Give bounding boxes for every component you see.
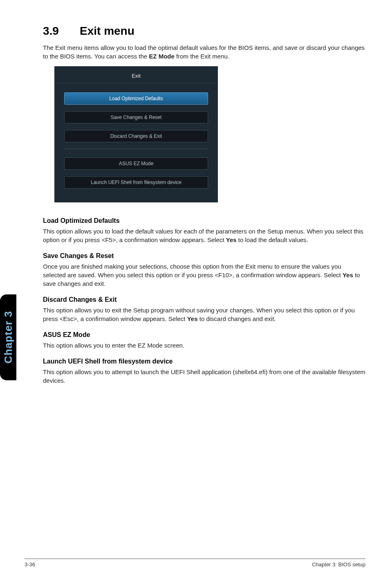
text-segment: to discard changes and exit.: [198, 315, 276, 322]
text-bold: Yes: [226, 236, 237, 243]
bios-button-stack: Load Optimized Defaults Save Changes & R…: [54, 83, 218, 189]
bios-save-reset-button[interactable]: Save Changes & Reset: [64, 111, 208, 123]
bios-divider: [64, 149, 208, 149]
intro-text-post: from the Exit menu.: [175, 53, 229, 60]
bios-ez-mode-button[interactable]: ASUS EZ Mode: [64, 157, 208, 170]
save-reset-text: Once you are finished making your select…: [43, 262, 365, 288]
text-bold: Yes: [343, 272, 353, 278]
save-reset-heading: Save Changes & Reset: [43, 252, 365, 260]
text-segment: This option allows you to load the defau…: [43, 228, 363, 243]
discard-exit-heading: Discard Changes & Exit: [43, 296, 365, 303]
page-number: 3-36: [25, 561, 35, 568]
bios-load-defaults-button[interactable]: Load Optimized Defaults: [64, 92, 208, 105]
page-content: 3.9Exit menu The Exit menu items allow y…: [0, 0, 390, 385]
page-footer: 3-36 Chapter 3: BIOS setup: [25, 559, 365, 568]
intro-text-bold: EZ Mode: [149, 53, 175, 60]
text-segment: Once you are finished making your select…: [43, 263, 343, 278]
intro-paragraph: The Exit menu items allow you to load th…: [43, 43, 365, 61]
bios-launch-uefi-button[interactable]: Launch UEFI Shell from filesystem device: [64, 176, 208, 189]
footer-chapter-label: Chapter 3: BIOS setup: [312, 561, 365, 568]
uefi-shell-text: This option allows you to attempt to lau…: [43, 368, 365, 385]
discard-exit-text: This option allows you to exit the Setup…: [43, 306, 365, 323]
section-heading: Exit menu: [80, 25, 134, 37]
bios-discard-exit-button[interactable]: Discard Changes & Exit: [64, 130, 208, 142]
ez-mode-text: This option allows you to enter the EZ M…: [43, 341, 365, 350]
text-segment: to load the default values.: [237, 236, 308, 243]
chapter-tab: Chapter 3: [0, 294, 16, 380]
bios-exit-panel: Exit Load Optimized Defaults Save Change…: [54, 66, 218, 202]
ez-mode-heading: ASUS EZ Mode: [43, 331, 365, 339]
load-defaults-heading: Load Optimized Defaults: [43, 217, 365, 224]
bios-panel-title: Exit: [54, 66, 218, 83]
section-title: 3.9Exit menu: [43, 25, 365, 38]
section-number: 3.9: [43, 25, 80, 38]
text-bold: Yes: [187, 315, 198, 322]
load-defaults-text: This option allows you to load the defau…: [43, 227, 365, 244]
uefi-shell-heading: Launch UEFI Shell from filesystem device: [43, 358, 365, 365]
